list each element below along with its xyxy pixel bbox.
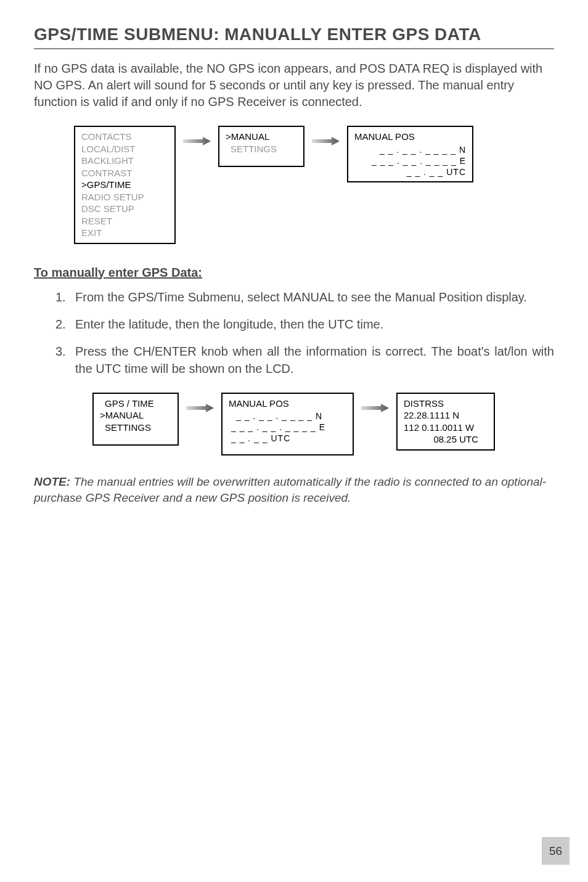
step-number: 1. [55,288,75,306]
result-line: 112 0.11.0011 W [404,422,488,434]
list-item: 1. From the GPS/Time Submenu, select MAN… [55,288,554,306]
intro-paragraph: If no GPS data is available, the NO GPS … [34,60,554,110]
result-line: 22.28.1111 N [404,409,488,422]
menu-item: RESET [81,215,168,227]
svg-marker-2 [186,404,214,412]
gpstime-box: GPS / TIME >MANUAL SETTINGS [92,393,179,446]
arrow-icon [354,393,396,412]
step-text: Press the CH/ENTER knob when all the inf… [75,343,554,377]
arrow-icon [179,393,221,412]
submenu-box: >MANUAL SETTINGS [218,126,304,167]
step-text: Enter the latitude, then the longitude, … [75,316,554,333]
diagram-2: GPS / TIME >MANUAL SETTINGS MANUAL POS _… [92,393,554,455]
pos-header: MANUAL POS [354,131,466,143]
pos-lon: _ _ _ . _ _ . _ _ _ _ E [229,422,346,433]
svg-marker-0 [183,137,211,145]
box-line: >MANUAL [100,409,171,422]
manual-pos-box: MANUAL POS _ _ . _ _ . _ _ _ _ N _ _ _ .… [347,126,473,182]
steps-list: 1. From the GPS/Time Submenu, select MAN… [55,288,554,377]
arrow-icon [304,126,347,145]
step-number: 3. [55,343,75,377]
menu-item: DSC SETUP [81,203,168,215]
list-item: 2. Enter the latitude, then the longitud… [55,316,554,333]
result-line: 08.25 UTC [404,433,488,446]
note-paragraph: NOTE: The manual entries will be overwri… [34,474,554,507]
submenu-line: >MANUAL [226,131,297,143]
pos-lon: _ _ _ . _ _ . _ _ _ _ E [354,155,466,166]
arrow-icon [176,126,218,145]
pos-header: MANUAL POS [229,398,346,410]
pos-utc: _ _ . _ _ UTC [229,433,346,444]
pos-lat: _ _ . _ _ . _ _ _ _ N [229,410,346,422]
list-item: 3. Press the CH/ENTER knob when all the … [55,343,554,377]
svg-marker-3 [361,404,389,412]
menu-item: LOCAL/DIST [81,143,168,155]
result-line: DISTRSS [404,398,488,410]
menu-item: BACKLIGHT [81,155,168,167]
pos-lat: _ _ . _ _ . _ _ _ _ N [354,144,466,155]
manual-pos-box-2: MANUAL POS _ _ . _ _ . _ _ _ _ N _ _ _ .… [221,393,354,455]
menu-item-active: >GPS/TIME [81,179,168,191]
menu-item: RADIO SETUP [81,191,168,203]
distress-box: DISTRSS 22.28.1111 N 112 0.11.0011 W 08.… [396,393,495,451]
section-subheading: To manually enter GPS Data: [34,266,554,280]
menu-item: EXIT [81,227,168,239]
submenu-line: SETTINGS [226,143,297,155]
diagram-1: CONTACTS LOCAL/DIST BACKLIGHT CONTRAST >… [74,126,554,244]
menu-box: CONTACTS LOCAL/DIST BACKLIGHT CONTRAST >… [74,126,176,244]
step-number: 2. [55,316,75,333]
note-text: The manual entries will be overwritten a… [34,475,546,505]
box-line: SETTINGS [100,422,171,434]
menu-item: CONTACTS [81,131,168,143]
svg-marker-1 [312,137,340,145]
pos-utc: _ _ . _ _ UTC [354,166,466,178]
box-line: GPS / TIME [100,398,171,410]
page-number: 56 [542,837,570,865]
step-text: From the GPS/Time Submenu, select MANUAL… [75,288,554,306]
menu-item: CONTRAST [81,167,168,179]
note-label: NOTE: [34,475,70,488]
page-title: GPS/TIME SUBMENU: MANUALLY ENTER GPS DAT… [34,25,554,49]
